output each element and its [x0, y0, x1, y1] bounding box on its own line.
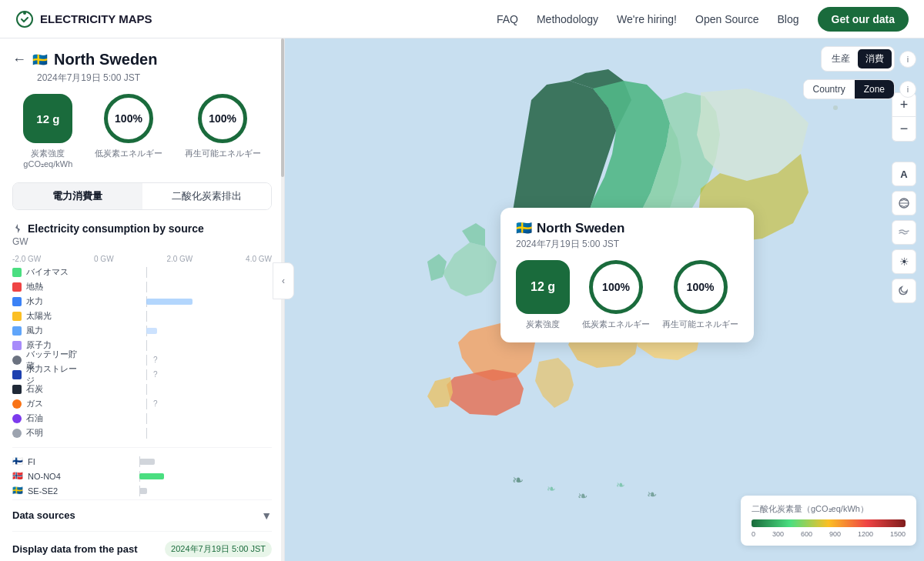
past-data-section: Display data from the past 2024年7月19日 5:… [12, 531, 272, 561]
legend-title: 二酸化炭素量（gCO₂eq/kWh） [752, 503, 906, 515]
mode-consumption-button[interactable]: 消費 [858, 49, 892, 68]
logo-icon [15, 10, 34, 28]
source-row-hydro-storage: 水力ストレージ ? [12, 369, 272, 381]
popup-stats: 12 g 炭素強度 100% 低炭素エネルギー 100% 再生可能エネルギー [516, 260, 738, 330]
svg-point-8 [833, 105, 838, 110]
low-carbon-value: 100% [115, 112, 142, 125]
popup-low-carbon-label: 低炭素エネルギー [582, 319, 650, 330]
tab-co2[interactable]: 二酸化炭素排出 [142, 183, 272, 209]
chevron-down-icon: ▼ [261, 509, 272, 522]
zone-toggle-row: Country Zone i [803, 79, 916, 99]
source-row-unknown: 不明 [12, 427, 272, 439]
svg-text:❧: ❧ [578, 489, 588, 503]
source-row-oil: 石油 [12, 412, 272, 425]
tab-electricity[interactable]: 電力消費量 [13, 183, 142, 209]
region-flag: 🇸🇪 [32, 52, 48, 67]
nav-hiring[interactable]: We're hiring! [617, 13, 677, 25]
renewable-label: 再生可能エネルギー [185, 148, 261, 159]
map-controls: + − [892, 92, 916, 142]
stats-row: 12 g 炭素強度gCO₂eq/kWh 100% 低炭素エネルギー 100% 再… [12, 94, 272, 170]
battery-color [12, 356, 22, 365]
moon-button[interactable] [892, 279, 916, 303]
sidebar-collapse-button[interactable]: ‹ [273, 262, 294, 299]
popup-stat-renewable: 100% 再生可能エネルギー [662, 260, 738, 330]
mode-production-button[interactable]: 生産 [824, 49, 858, 68]
consumption-unit: GW [12, 236, 272, 247]
side-icons: A ☀ [892, 162, 916, 303]
carbon-intensity-circle: 12 g [23, 94, 72, 143]
divider-imports [12, 447, 272, 448]
low-carbon-label: 低炭素エネルギー [95, 148, 162, 159]
right-panel: 生産 消費 i Country Zone i [803, 46, 916, 99]
gas-color [12, 399, 22, 409]
svg-text:❧: ❧ [547, 483, 556, 495]
layer-icon [898, 197, 910, 209]
region-title: North Sweden [54, 51, 157, 68]
popup-renewable-label: 再生可能エネルギー [662, 319, 738, 330]
svg-text:❧: ❧ [616, 479, 625, 491]
data-sources-label: Data sources [12, 509, 75, 521]
renewable-circle: 100% [198, 94, 247, 143]
wind-icon [898, 226, 910, 239]
coal-color [12, 385, 22, 394]
zone-info-button[interactable]: i [899, 81, 916, 98]
import-row-no: 🇳🇴 NO-NO4 [12, 470, 272, 483]
logo: ELECTRICITY MAPS [15, 10, 152, 28]
popup-datetime: 2024年7月19日 5:00 JST [516, 238, 738, 251]
get-data-button[interactable]: Get our data [818, 7, 909, 32]
svg-point-1 [23, 12, 26, 15]
legend: 二酸化炭素量（gCO₂eq/kWh） 0 300 600 900 1200 15… [741, 496, 916, 546]
scroll-indicator [281, 38, 284, 561]
import-row-se: 🇸🇪 SE-SE2 [12, 485, 272, 497]
nav-methodology[interactable]: Methodology [537, 13, 598, 25]
legend-labels: 0 300 600 900 1200 1500 [752, 530, 906, 538]
zone-country-button[interactable]: Country [804, 80, 855, 99]
geothermal-color [12, 282, 22, 292]
source-row-geothermal: 地熱 [12, 281, 272, 293]
zoom-out-button[interactable]: − [892, 117, 916, 142]
chevron-left-icon: ‹ [282, 275, 285, 286]
mode-info-button[interactable]: i [899, 51, 916, 68]
sidebar: ← 🇸🇪 North Sweden 2024年7月19日 5:00 JST 12… [0, 38, 285, 561]
nav-links: FAQ Methodology We're hiring! Open Sourc… [497, 7, 909, 32]
hydro-storage-color [12, 370, 22, 379]
view-tabs: 電力消費量 二酸化炭素排出 [12, 182, 272, 210]
solar-color [12, 312, 22, 321]
header: ELECTRICITY MAPS FAQ Methodology We're h… [0, 0, 924, 38]
zone-zone-button[interactable]: Zone [855, 80, 894, 99]
popup-carbon-circle: 12 g [516, 260, 570, 314]
nav-open-source[interactable]: Open Source [695, 13, 759, 25]
source-row-hydro: 水力 [12, 296, 272, 308]
renewable-value: 100% [209, 112, 236, 125]
wind-color [12, 326, 22, 336]
source-row-gas: ガス ? [12, 398, 272, 410]
source-row-solar: 太陽光 [12, 310, 272, 322]
biomass-bar [85, 269, 272, 275]
sun-button[interactable]: ☀ [892, 249, 916, 274]
import-rows: 🇫🇮 FI 🇳🇴 NO-NO4 🇸🇪 SE-SE2 [12, 456, 272, 497]
source-rows: バイオマス 地熱 水力 [12, 266, 272, 439]
stat-carbon-intensity: 12 g 炭素強度gCO₂eq/kWh [23, 94, 72, 170]
translate-button[interactable]: A [892, 162, 916, 186]
popup-stat-carbon: 12 g 炭素強度 [516, 260, 570, 330]
layer-button[interactable] [892, 191, 916, 215]
svg-text:❧: ❧ [512, 473, 524, 488]
nav-faq[interactable]: FAQ [497, 13, 518, 25]
source-row-coal: 石炭 [12, 383, 272, 396]
back-button[interactable]: ← [12, 52, 26, 68]
popup-carbon-label: 炭素強度 [526, 319, 560, 330]
low-carbon-circle: 100% [104, 94, 153, 143]
popup-title: 🇸🇪 North Sweden [516, 220, 738, 236]
popup-flag: 🇸🇪 [516, 220, 532, 236]
wind-button[interactable] [892, 220, 916, 245]
moon-icon [898, 285, 910, 297]
hydro-color [12, 297, 22, 306]
data-sources-section[interactable]: Data sources ▼ [12, 499, 272, 531]
nuclear-color [12, 341, 22, 350]
sidebar-header: ← 🇸🇪 North Sweden [12, 51, 272, 68]
nav-blog[interactable]: Blog [778, 13, 799, 25]
stat-low-carbon: 100% 低炭素エネルギー [95, 94, 162, 170]
consumption-icon [12, 223, 23, 234]
past-data-header: Display data from the past 2024年7月19日 5:… [12, 541, 272, 557]
svg-text:❧: ❧ [647, 488, 657, 501]
